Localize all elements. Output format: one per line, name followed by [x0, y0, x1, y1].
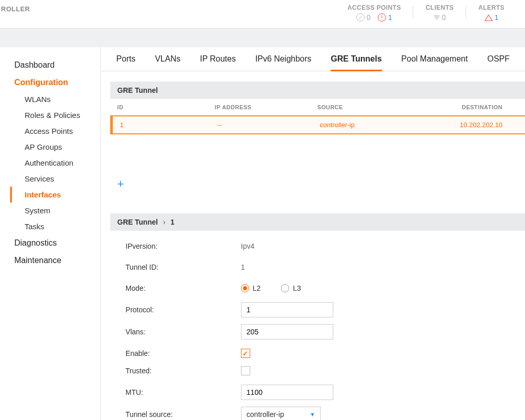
cell-destination: 10.202.202.10 — [420, 121, 518, 129]
sidebar-item-dashboard[interactable]: Dashboard — [10, 56, 100, 74]
mode-l2-label: L2 — [253, 284, 261, 292]
tunnelid-value: 1 — [241, 263, 245, 271]
mtu-label: MTU: — [126, 388, 241, 396]
alert-circle-icon: ! — [378, 13, 386, 22]
sidebar-item-diagnostics[interactable]: Diagnostics — [10, 234, 100, 252]
stat-label: CLIENTS — [426, 4, 454, 11]
top-stats: ACCESS POINTS ✓ 0 ! 1 CLIENTS — [335, 4, 517, 22]
stat-label: ACCESS POINTS — [348, 4, 401, 11]
cell-id: 1 — [120, 121, 217, 129]
panel-title: GRE Tunnel — [110, 82, 525, 99]
stat-clients-count: 0 — [442, 13, 446, 22]
vlans-label: Vlans: — [126, 328, 241, 336]
stat-label: ALERTS — [478, 4, 504, 11]
tab-bar: Ports VLANs IP Routes IPv6 Neighbors GRE… — [101, 47, 525, 71]
sidebar-item-tasks[interactable]: Tasks — [10, 218, 100, 234]
sidebar-item-system[interactable]: System — [10, 203, 100, 218]
mode-label: Mode: — [126, 284, 241, 292]
sidebar-item-wlans[interactable]: WLANs — [10, 91, 100, 107]
sidebar-item-maintenance[interactable]: Maintenance — [10, 252, 100, 269]
trusted-checkbox[interactable] — [241, 366, 250, 375]
table-row[interactable]: 1 -- controller-ip 10.202.202.10 — [110, 115, 525, 134]
enable-label: Enable: — [126, 349, 241, 357]
col-header-source: SOURCE — [317, 104, 417, 110]
page-title-fragment: ROLLER — [0, 4, 30, 13]
add-tunnel-button[interactable]: + — [117, 177, 124, 191]
radio-icon — [241, 284, 249, 292]
tab-ospf[interactable]: OSPF — [487, 54, 510, 71]
mode-l2-radio[interactable]: L2 — [241, 284, 261, 292]
protocol-input[interactable] — [241, 302, 333, 317]
sidebar-item-authentication[interactable]: Authentication — [10, 155, 100, 171]
content-area: Ports VLANs IP Routes IPv6 Neighbors GRE… — [101, 47, 525, 420]
col-header-ip: IP ADDRESS — [215, 104, 317, 110]
protocol-label: Protocol: — [126, 306, 241, 314]
ipversion-label: IPversion: — [126, 242, 241, 250]
cell-source: controller-ip — [320, 121, 420, 129]
col-header-id: ID — [117, 104, 215, 110]
cell-ip: -- — [217, 121, 320, 129]
trusted-label: Trusted: — [126, 367, 241, 375]
gre-tunnel-form: IPversion: Ipv4 Tunnel ID: 1 Mode: L2 — [110, 231, 525, 420]
sidebar-item-roles[interactable]: Roles & Policies — [10, 107, 100, 123]
mtu-input[interactable] — [241, 385, 333, 400]
gre-tunnel-table: ID IP ADDRESS SOURCE DESTINATION 1 -- co… — [110, 99, 525, 198]
sidebar: Dashboard Configuration WLANs Roles & Po… — [0, 47, 101, 420]
sidebar-item-interfaces[interactable]: Interfaces — [10, 187, 100, 203]
tab-vlans[interactable]: VLANs — [155, 54, 180, 71]
tab-ports[interactable]: Ports — [116, 54, 135, 71]
stat-access-points: ACCESS POINTS ✓ 0 ! 1 — [335, 4, 414, 22]
detail-breadcrumb: GRE Tunnel › 1 — [110, 213, 525, 231]
mode-l3-radio[interactable]: L3 — [281, 284, 301, 292]
breadcrumb-root: GRE Tunnel — [117, 218, 158, 226]
breadcrumb-id: 1 — [171, 218, 175, 226]
col-header-destination: DESTINATION — [417, 104, 518, 110]
tunnelid-label: Tunnel ID: — [126, 263, 241, 271]
toolbar-strip — [0, 29, 525, 47]
sidebar-item-access-points[interactable]: Access Points — [10, 123, 100, 139]
top-bar: ROLLER ACCESS POINTS ✓ 0 ! 1 CLIENTS — [0, 0, 525, 29]
wifi-icon — [434, 15, 440, 19]
stat-clients: CLIENTS 0 — [413, 4, 466, 22]
tab-ipv6-neighbors[interactable]: IPv6 Neighbors — [255, 54, 311, 71]
radio-icon — [281, 284, 289, 292]
check-icon: ✓ — [243, 350, 248, 357]
stat-ok-count: 0 — [367, 13, 371, 22]
mode-l3-label: L3 — [293, 284, 301, 292]
tab-pool-management[interactable]: Pool Management — [401, 54, 468, 71]
sidebar-item-services[interactable]: Services — [10, 171, 100, 187]
alert-triangle-icon — [484, 14, 493, 21]
sidebar-item-configuration[interactable]: Configuration — [10, 74, 100, 91]
vlans-input[interactable] — [241, 324, 333, 339]
tab-gre-tunnels[interactable]: GRE Tunnels — [331, 54, 381, 71]
stat-alerts: ALERTS 1 — [466, 4, 517, 22]
tunnel-source-label: Tunnel source: — [126, 410, 241, 418]
chevron-right-icon: › — [163, 218, 166, 226]
ipversion-value: Ipv4 — [241, 242, 254, 250]
tab-iproutes[interactable]: IP Routes — [200, 54, 236, 71]
table-header-row: ID IP ADDRESS SOURCE DESTINATION — [110, 99, 525, 115]
enable-checkbox[interactable]: ✓ — [241, 349, 250, 358]
sidebar-item-ap-groups[interactable]: AP Groups — [10, 139, 100, 155]
stat-warn-count[interactable]: 1 — [388, 13, 392, 22]
tunnel-source-value: controller-ip — [247, 410, 284, 418]
tunnel-source-select[interactable]: controller-ip ▼ — [241, 407, 321, 420]
chevron-down-icon: ▼ — [310, 411, 315, 417]
check-circle-icon: ✓ — [356, 13, 365, 22]
stat-alerts-count[interactable]: 1 — [495, 13, 499, 22]
